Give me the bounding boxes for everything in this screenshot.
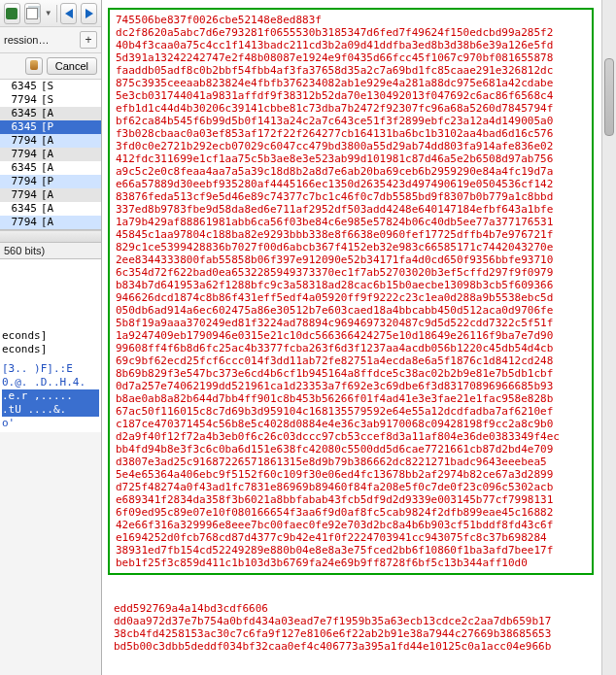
- packet-row[interactable]: 7794[P: [0, 175, 101, 188]
- plus-icon: +: [85, 33, 91, 47]
- packet-list-hscroll[interactable]: [0, 230, 101, 242]
- scrollbar-thumb[interactable]: [604, 58, 614, 136]
- status-bits: 560 bits): [0, 242, 101, 259]
- ascii-line[interactable]: 0.@. .D..H.4.: [2, 376, 99, 389]
- packet-row[interactable]: 6345[P: [0, 120, 101, 134]
- arrow-right-icon: [86, 9, 93, 18]
- hex-ascii-pane[interactable]: [3.. )F].:E0.@. .D..H.4..e.r ,......tU .…: [0, 360, 101, 432]
- packet-row[interactable]: 7794[A: [0, 148, 101, 161]
- hex-dump-boxed[interactable]: 745506be837f0026cbe52148e8ed883f dc2f862…: [108, 8, 594, 575]
- cancel-button[interactable]: Cancel: [47, 57, 97, 75]
- packet-row[interactable]: 7794[A: [0, 216, 101, 229]
- doc-stack-icon: [26, 8, 38, 19]
- toolbar-separator: [56, 5, 57, 22]
- ascii-line[interactable]: .e.r ,.....: [2, 389, 99, 403]
- back-button[interactable]: [60, 3, 77, 24]
- filter-add-button[interactable]: +: [80, 31, 97, 49]
- ascii-line[interactable]: .tU ....&.: [2, 403, 99, 417]
- toolbar: ▼: [0, 0, 101, 27]
- packet-row[interactable]: 6345[A: [0, 161, 101, 175]
- detail-line: econds]: [2, 329, 99, 343]
- arrow-left-icon: [65, 9, 73, 18]
- chevron-down-icon: ▼: [45, 9, 52, 17]
- save-button[interactable]: [4, 3, 20, 24]
- ascii-line[interactable]: [3.. )F].:E: [2, 362, 99, 376]
- small-gold-button[interactable]: [25, 57, 43, 75]
- packet-row[interactable]: 7794[S: [0, 93, 101, 107]
- save-icon: [6, 8, 17, 19]
- left-pane: ▼ ression… + Cancel 6345[S7794[S6345[A63…: [0, 0, 102, 675]
- copy-button[interactable]: [24, 3, 41, 24]
- forward-button[interactable]: [81, 3, 97, 24]
- detail-pane[interactable]: econds]econds]: [0, 259, 101, 360]
- right-pane: 745506be837f0026cbe52148e8ed883f dc2f862…: [102, 0, 616, 675]
- hex-gap: [108, 583, 594, 591]
- packet-row[interactable]: 6345[A: [0, 107, 101, 120]
- filter-label: ression…: [4, 34, 76, 46]
- packet-row[interactable]: 7794[A: [0, 134, 101, 148]
- packet-row[interactable]: 7794[A: [0, 188, 101, 202]
- packet-row[interactable]: 6345[A: [0, 202, 101, 216]
- buttons-row: Cancel: [0, 53, 101, 80]
- ascii-line[interactable]: o': [2, 417, 99, 430]
- packet-list[interactable]: 6345[S7794[S6345[A6345[P7794[A7794[A6345…: [0, 80, 101, 230]
- filter-row: ression… +: [0, 27, 101, 53]
- packet-row[interactable]: 6345[S: [0, 80, 101, 93]
- detail-line: econds]: [2, 343, 99, 356]
- hex-dump-below[interactable]: edd592769a4a14bd3cdf6606 dd0aa972d37e7b7…: [108, 598, 594, 657]
- cylinder-icon: [30, 60, 38, 70]
